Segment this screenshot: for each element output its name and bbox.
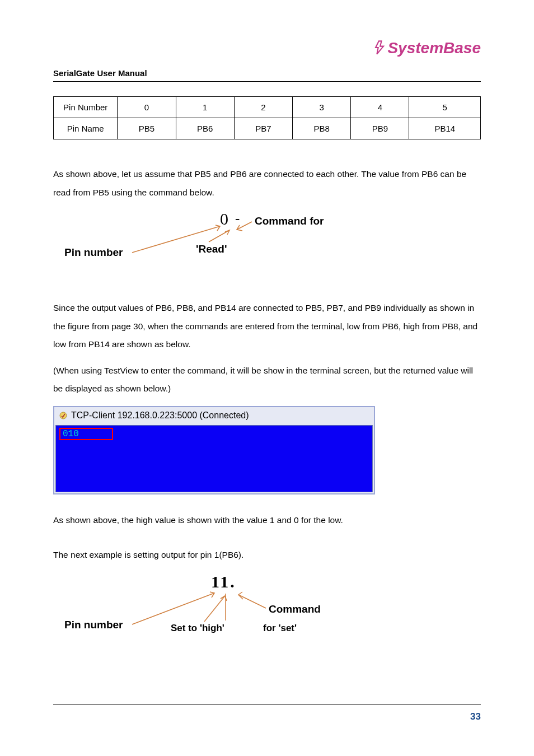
footer-rule — [53, 704, 481, 704]
cell: 5 — [409, 97, 481, 118]
dash-text: - — [235, 211, 240, 226]
svg-line-1 — [209, 230, 229, 242]
pin-number-label: Pin number — [64, 246, 123, 259]
command-label: Command — [269, 603, 321, 615]
cell: 3 — [293, 97, 351, 118]
cell: 2 — [234, 97, 292, 118]
header-rule — [53, 81, 481, 82]
terminal-body: 010 — [55, 425, 373, 492]
cell: Pin Name — [54, 118, 118, 139]
paragraph: Since the output values of PB6, PB8, and… — [53, 299, 481, 354]
set-high-label: Set to 'high' — [171, 623, 224, 634]
pin-number-label: Pin number — [64, 619, 123, 631]
page-number: 33 — [470, 711, 481, 722]
cell: PB6 — [176, 118, 234, 139]
paragraph: The next example is setting output for p… — [53, 546, 481, 564]
terminal-output: 010 — [63, 429, 79, 439]
logo-icon — [372, 40, 387, 55]
command-for-label: Command for — [255, 215, 324, 227]
paragraph: As shown above, let us assume that PB5 a… — [53, 165, 481, 202]
logo: SystemBase — [372, 39, 481, 57]
cell: PB14 — [409, 118, 481, 139]
command-text: 11. — [211, 572, 236, 591]
cell: 4 — [351, 97, 409, 118]
table-row: Pin Name PB5 PB6 PB7 PB8 PB9 PB14 — [54, 118, 481, 139]
cell: 0 — [118, 97, 176, 118]
cell: PB9 — [351, 118, 409, 139]
svg-line-6 — [238, 595, 266, 608]
table-row: Pin Number 0 1 2 3 4 5 — [54, 97, 481, 118]
pin-table: Pin Number 0 1 2 3 4 5 Pin Name PB5 PB6 … — [53, 96, 481, 139]
svg-point-3 — [60, 412, 67, 419]
terminal-window: TCP-Client 192.168.0.223:5000 (Connected… — [53, 406, 375, 494]
command-text: 0 — [220, 209, 229, 228]
terminal-title-text: TCP-Client 192.168.0.223:5000 (Connected… — [71, 410, 249, 421]
document-page: SystemBase SerialGate User Manual Pin Nu… — [0, 0, 534, 756]
cell: PB5 — [118, 118, 176, 139]
paragraph: As shown above, the high value is shown … — [53, 511, 481, 530]
paragraph: (When using TestView to enter the comman… — [53, 362, 481, 398]
svg-line-4 — [132, 593, 214, 624]
client-icon — [59, 411, 68, 420]
terminal-titlebar: TCP-Client 192.168.0.223:5000 (Connected… — [54, 407, 374, 424]
logo-text: SystemBase — [387, 39, 481, 57]
set-command-diagram: 11. Pin number Set to 'high' Command for… — [64, 572, 344, 645]
cell: PB8 — [293, 118, 351, 139]
read-label: 'Read' — [196, 243, 227, 255]
cell: Pin Number — [54, 97, 118, 118]
for-set-label: for 'set' — [263, 623, 297, 634]
read-command-diagram: 0 - Pin number Command for 'Read' — [64, 209, 344, 277]
doc-title: SerialGate User Manual — [53, 68, 481, 78]
cell: 1 — [176, 97, 234, 118]
svg-line-5 — [204, 596, 225, 622]
cell: PB7 — [234, 118, 292, 139]
terminal-output-highlight: 010 — [59, 428, 113, 440]
